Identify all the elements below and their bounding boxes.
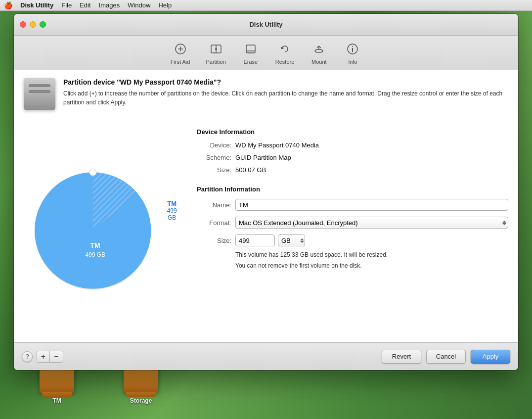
format-select-arrows xyxy=(502,221,506,225)
toolbar-mount[interactable]: Mount xyxy=(304,38,334,68)
help-button[interactable]: ? xyxy=(22,351,33,362)
menubar: 🍎 Disk Utility File Edit Images Window H… xyxy=(0,0,532,11)
restore-icon xyxy=(277,41,293,57)
window-controls xyxy=(20,21,46,28)
arrow-down-icon xyxy=(502,223,506,225)
menubar-window[interactable]: Window xyxy=(128,1,150,9)
drive-icon xyxy=(24,78,55,110)
toolbar: First Aid Partition Erase xyxy=(14,36,518,70)
toolbar-info[interactable]: Info xyxy=(338,38,367,68)
device-value: WD My Passport 0740 Media xyxy=(235,141,319,149)
dialog-header: Partition device "WD My Passport 0740 Me… xyxy=(14,70,518,118)
size-field-row: Size: KB MB GB TB xyxy=(197,234,508,246)
pie-label-size: 499 GB xyxy=(162,207,182,221)
menubar-file[interactable]: File xyxy=(61,1,72,9)
toolbar-partition[interactable]: Partition xyxy=(200,38,231,68)
bottom-left-controls: ? + − xyxy=(22,351,63,363)
unit-select-container: KB MB GB TB xyxy=(278,234,305,246)
name-field-label: Name: xyxy=(197,201,231,209)
note1: This volume has 125.33 GB used space. It… xyxy=(235,251,508,258)
bottom-right-controls: Revert Cancel Apply xyxy=(382,350,510,364)
size-field-label: Size: xyxy=(197,237,231,244)
menubar-images[interactable]: Images xyxy=(99,1,120,9)
add-remove-buttons: + − xyxy=(37,351,63,363)
toolbar-first-aid-label: First Aid xyxy=(171,59,190,65)
partition-info-section: Partition Information Name: Format: Mac … xyxy=(197,186,508,269)
svg-point-5 xyxy=(215,48,217,50)
main-area: TM499 GB TM 499 GB Device Information De… xyxy=(14,118,518,342)
desktop-icon-storage-label: Storage xyxy=(130,397,152,404)
svg-point-13 xyxy=(352,46,353,47)
device-info-section: Device Information Device: WD My Passpor… xyxy=(197,128,508,174)
svg-point-17 xyxy=(89,169,96,176)
format-field-label: Format: xyxy=(197,219,231,227)
scheme-value: GUID Partition Map xyxy=(235,154,291,161)
svg-text:499 GB: 499 GB xyxy=(85,251,105,258)
menubar-app-name[interactable]: Disk Utility xyxy=(20,1,53,9)
size-input[interactable] xyxy=(235,234,275,246)
pie-label-name: TM xyxy=(162,200,182,207)
mount-icon xyxy=(311,41,327,57)
partition-icon xyxy=(208,41,224,57)
toolbar-first-aid[interactable]: First Aid xyxy=(165,38,196,68)
info-icon xyxy=(345,41,360,57)
cancel-button[interactable]: Cancel xyxy=(426,350,466,364)
revert-button[interactable]: Revert xyxy=(382,350,421,364)
svg-rect-6 xyxy=(246,45,255,53)
toolbar-restore[interactable]: Restore xyxy=(269,38,301,68)
device-info-title: Device Information xyxy=(197,128,508,136)
minimize-button[interactable] xyxy=(30,21,36,28)
toolbar-restore-label: Restore xyxy=(275,59,295,65)
size-value: 500.07 GB xyxy=(235,166,266,174)
menubar-help[interactable]: Help xyxy=(158,1,172,9)
toolbar-erase-label: Erase xyxy=(243,59,258,65)
format-field-row: Format: Mac OS Extended (Journaled, Encr… xyxy=(197,217,508,229)
toolbar-info-label: Info xyxy=(348,59,357,65)
remove-partition-button[interactable]: − xyxy=(50,351,63,362)
svg-text:TM: TM xyxy=(90,241,100,249)
format-select[interactable]: Mac OS Extended (Journaled, Encrypted) M… xyxy=(235,217,508,229)
desktop-icon-tm-label: TM xyxy=(52,397,61,404)
toolbar-partition-label: Partition xyxy=(206,59,225,65)
close-button[interactable] xyxy=(20,21,26,28)
name-field-row: Name: xyxy=(197,199,508,211)
scheme-row: Scheme: GUID Partition Map xyxy=(197,154,508,161)
size-row: Size: 500.07 GB xyxy=(197,166,508,174)
bottom-bar: ? + − Revert Cancel Apply xyxy=(14,342,518,370)
svg-point-9 xyxy=(315,49,323,52)
unit-arrow-down-icon xyxy=(300,241,304,243)
toolbar-mount-label: Mount xyxy=(311,59,327,65)
note2: You can not remove the first volume on t… xyxy=(235,262,508,269)
menubar-edit[interactable]: Edit xyxy=(80,1,90,9)
unit-arrow-up-icon xyxy=(300,238,304,240)
bandage-icon xyxy=(173,41,188,57)
add-partition-button[interactable]: + xyxy=(37,351,50,362)
content-area: Partition device "WD My Passport 0740 Me… xyxy=(14,70,518,342)
dialog-text: Partition device "WD My Passport 0740 Me… xyxy=(63,78,508,107)
size-label: Size: xyxy=(197,166,231,174)
pie-chart: TM499 GB xyxy=(24,161,162,300)
device-label: Device: xyxy=(197,141,231,149)
arrow-up-icon xyxy=(502,221,506,223)
apply-button[interactable]: Apply xyxy=(471,350,510,364)
toolbar-erase[interactable]: Erase xyxy=(236,38,266,68)
device-row: Device: WD My Passport 0740 Media xyxy=(197,141,508,149)
format-select-container: Mac OS Extended (Journaled, Encrypted) M… xyxy=(235,217,508,229)
apple-menu[interactable]: 🍎 xyxy=(4,1,12,9)
dialog-description: Click add (+) to increase the number of … xyxy=(63,89,508,107)
unit-select-arrows xyxy=(300,238,304,243)
erase-icon xyxy=(243,41,259,57)
window-title: Disk Utility xyxy=(249,21,282,28)
pie-chart-container: TM499 GB TM 499 GB xyxy=(24,128,182,332)
scheme-label: Scheme: xyxy=(197,154,231,161)
name-input[interactable] xyxy=(235,199,508,211)
dialog-title: Partition device "WD My Passport 0740 Me… xyxy=(63,78,508,86)
disk-utility-window: Disk Utility First Aid xyxy=(14,14,518,370)
partition-info-title: Partition Information xyxy=(197,186,508,193)
titlebar: Disk Utility xyxy=(14,14,518,36)
info-panel: Device Information Device: WD My Passpor… xyxy=(197,128,508,332)
maximize-button[interactable] xyxy=(40,21,46,28)
